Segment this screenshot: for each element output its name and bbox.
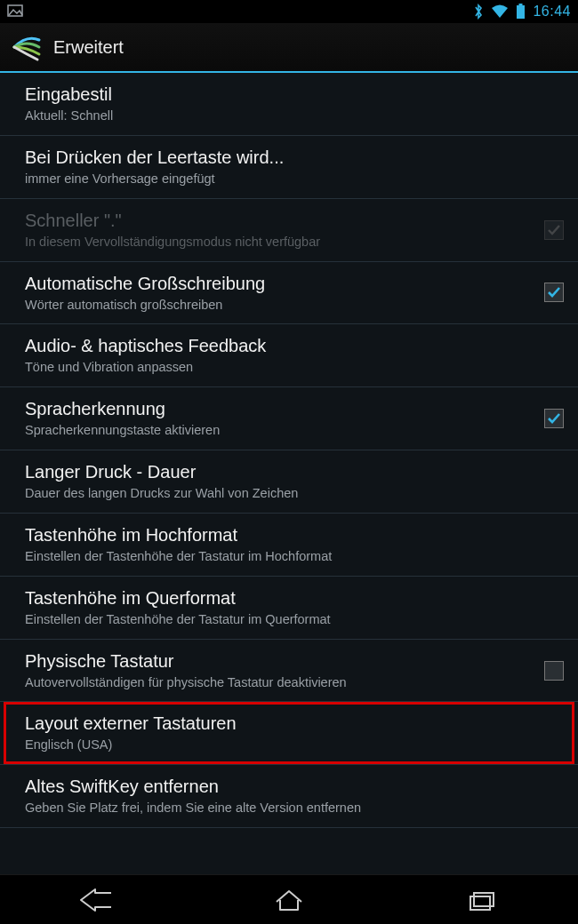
item-langer-druck[interactable]: Langer Druck - Dauer Dauer des langen Dr… <box>0 450 578 514</box>
item-subtitle: In diesem Vervollständigungsmodus nicht … <box>25 234 535 251</box>
item-subtitle: Wörter automatisch großschreiben <box>25 297 535 314</box>
item-subtitle: Geben Sie Platz frei, indem Sie eine alt… <box>25 800 564 816</box>
gallery-notification-icon <box>7 4 23 19</box>
item-physische-tastatur[interactable]: Physische Tastatur Autovervollständigen … <box>0 640 578 703</box>
item-title: Audio- & haptisches Feedback <box>25 335 564 357</box>
item-subtitle: Englisch (USA) <box>25 737 564 753</box>
wifi-icon <box>491 4 509 19</box>
checkbox-spracherkennung[interactable] <box>544 409 564 428</box>
item-subtitle: immer eine Vorhersage eingefügt <box>25 171 564 187</box>
item-subtitle: Aktuell: Schnell <box>25 108 564 124</box>
nav-home-button[interactable] <box>253 882 325 918</box>
item-altes-swiftkey[interactable]: Altes SwiftKey entfernen Geben Sie Platz… <box>0 765 578 828</box>
item-title: Schneller "." <box>25 210 535 232</box>
item-subtitle: Einstellen der Tastenhöhe der Tastatur i… <box>25 611 564 628</box>
item-schneller-punkt: Schneller "." In diesem Vervollständigun… <box>0 199 578 262</box>
item-title: Physische Tastatur <box>25 650 535 673</box>
battery-icon <box>516 4 526 20</box>
navigation-bar <box>0 874 578 924</box>
item-leertaste[interactable]: Bei Drücken der Leertaste wird... immer … <box>0 136 578 199</box>
swiftkey-app-icon <box>11 31 43 63</box>
nav-recent-button[interactable] <box>446 882 518 918</box>
item-layout-externe-tastaturen[interactable]: Layout externer Tastaturen Englisch (USA… <box>0 702 578 765</box>
item-title: Eingabestil <box>25 84 564 106</box>
item-title: Tastenhöhe im Hochformat <box>25 524 564 546</box>
item-title: Bei Drücken der Leertaste wird... <box>25 147 564 169</box>
page-title: Erweitert <box>53 37 124 58</box>
svg-rect-1 <box>519 4 523 5</box>
item-tastenhoehe-quer[interactable]: Tastenhöhe im Querformat Einstellen der … <box>0 577 578 640</box>
item-title: Langer Druck - Dauer <box>25 461 564 483</box>
status-bar: 16:44 <box>0 0 578 23</box>
item-title: Automatische Großschreibung <box>25 273 535 295</box>
item-title: Tastenhöhe im Querformat <box>25 587 564 609</box>
item-tastenhoehe-hoch[interactable]: Tastenhöhe im Hochformat Einstellen der … <box>0 514 578 577</box>
settings-list: Eingabestil Aktuell: Schnell Bei Drücken… <box>0 73 578 874</box>
item-title: Altes SwiftKey entfernen <box>25 776 564 798</box>
item-spracherkennung[interactable]: Spracherkennung Spracherkennungstaste ak… <box>0 387 578 450</box>
svg-rect-2 <box>517 5 525 19</box>
item-subtitle: Töne und Vibration anpassen <box>25 359 564 376</box>
item-eingabestil[interactable]: Eingabestil Aktuell: Schnell <box>0 73 578 136</box>
item-subtitle: Autovervollständigen für physische Tasta… <box>25 674 535 691</box>
item-auto-grossschreibung[interactable]: Automatische Großschreibung Wörter autom… <box>0 262 578 325</box>
item-title: Spracherkennung <box>25 398 535 420</box>
nav-back-button[interactable] <box>60 882 132 918</box>
bluetooth-icon <box>473 4 484 20</box>
item-title: Layout externer Tastaturen <box>25 713 564 735</box>
checkbox-auto-gross[interactable] <box>544 283 564 302</box>
status-clock: 16:44 <box>533 4 571 20</box>
checkbox-physische-tastatur[interactable] <box>544 661 564 681</box>
action-bar: Erweitert <box>0 23 578 73</box>
item-audio-haptik[interactable]: Audio- & haptisches Feedback Töne und Vi… <box>0 324 578 387</box>
item-subtitle: Spracherkennungstaste aktivieren <box>25 422 535 439</box>
item-subtitle: Dauer des langen Drucks zur Wahl von Zei… <box>25 485 564 502</box>
item-subtitle: Einstellen der Tastenhöhe der Tastatur i… <box>25 548 564 565</box>
checkbox-schneller-punkt <box>544 220 564 240</box>
